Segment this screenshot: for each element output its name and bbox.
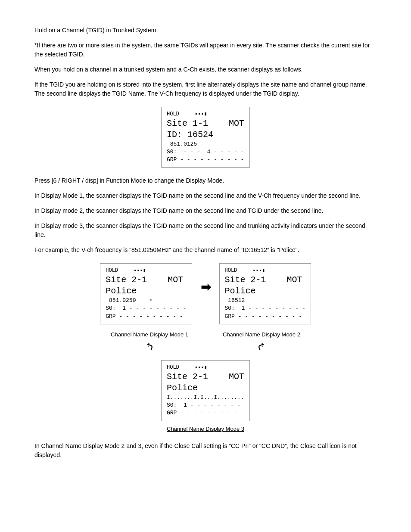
display1: HOLD ▪▪▪▮ Site 1-1 MOT ID: 16524 851.012… [161, 107, 250, 168]
mode1-line6: GRP - - - - - - - - - - [106, 313, 186, 320]
para1: *If there are two or more sites in the s… [34, 41, 377, 59]
labels-arrows-row: Channel Name Display Mode 1 ⤶ Channel Na… [34, 328, 377, 352]
para2: When you hold on a channel in a trunked … [34, 65, 377, 74]
display1-container: HOLD ▪▪▪▮ Site 1-1 MOT ID: 16524 851.012… [34, 107, 377, 168]
label-mode2: Channel Name Display Mode 2 [223, 330, 300, 339]
label-mode3: Channel Name Display Mode 3 [167, 425, 244, 433]
mode1-line2: Site 2-1 MOT [106, 274, 186, 286]
para5: In Display Mode 1, the scanner displays … [34, 191, 377, 200]
display1-line3: ID: 16524 [167, 129, 244, 140]
label-mode1: Channel Name Display Mode 1 [111, 330, 188, 339]
mode2-line5: S0: 1 - - - - - - - - - [225, 305, 305, 312]
arrow-left-up: ⤶ [143, 338, 156, 353]
display-mode3: HOLD ▪▪▪▮ Site 2-1 MOT Police I.......I.… [161, 360, 250, 421]
display1-line1: HOLD ▪▪▪▮ [167, 111, 244, 118]
mode3-line4: I.......I.I...I........ [167, 394, 244, 401]
mode3-line3: Police [167, 383, 244, 394]
label-mode1-area: Channel Name Display Mode 1 ⤶ [111, 328, 188, 352]
mode1-line3: Police [106, 286, 186, 297]
para7: In Display mode 3, the scanner displays … [34, 221, 377, 240]
heading-text: Hold on a Channel (TGID) in Trunked Syst… [34, 27, 158, 34]
mode3-line6: GRP - - - - - - - - - - [167, 409, 244, 417]
right-arrow: ➡ [201, 278, 211, 296]
mode2-line3: Police [225, 286, 305, 297]
display1-line4: 851.0125 [167, 140, 244, 148]
mode3-line5: S0: 1 - - - - - - - - [167, 401, 244, 409]
mode1-line4: 851.0250 ⌖ [106, 297, 186, 305]
arrow-right-up: ⤶ [255, 338, 268, 353]
mode2-line6: GRP - - - - - - - - - - [225, 313, 305, 320]
mode2-col: HOLD ▪▪▪▮ Site 2-1 MOT Police 16512 S0: … [219, 263, 311, 324]
mode1-line1: HOLD ▪▪▪▮ [106, 267, 186, 274]
label-mode2-area: Channel Name Display Mode 2 ⤶ [223, 328, 300, 352]
display-mode1: HOLD ▪▪▪▮ Site 2-1 MOT Police 851.0250 ⌖… [100, 263, 192, 324]
mode3-line1: HOLD ▪▪▪▮ [167, 364, 244, 371]
display1-line5: S0: - - - 4 - - - - - [167, 148, 244, 156]
para8: For example, the V-ch frequency is “851.… [34, 246, 377, 255]
mode2-line4: 16512 [225, 297, 305, 305]
display1-line2: Site 1-1 MOT [167, 118, 244, 129]
mode2-line1: HOLD ▪▪▪▮ [225, 267, 305, 274]
para9: In Channel Name Display Mode 2 and 3, ev… [34, 442, 377, 460]
para4: Press [6 / RIGHT / disp] in Function Mod… [34, 176, 377, 185]
mode2-line2: Site 2-1 MOT [225, 274, 305, 286]
para3: If the TGID you are holding on is stored… [34, 80, 377, 98]
mode1-col: HOLD ▪▪▪▮ Site 2-1 MOT Police 851.0250 ⌖… [100, 263, 192, 324]
para6: In Display mode 2, the scanner displays … [34, 206, 377, 215]
mode1-line5: S0: 1 - - - - - - - - - [106, 305, 186, 312]
heading: Hold on a Channel (TGID) in Trunked Syst… [34, 26, 377, 35]
mode3-container: HOLD ▪▪▪▮ Site 2-1 MOT Police I.......I.… [34, 356, 377, 433]
mode3-line2: Site 2-1 MOT [167, 371, 244, 383]
mode1-mode2-displays: HOLD ▪▪▪▮ Site 2-1 MOT Police 851.0250 ⌖… [34, 263, 377, 324]
display1-line6: GRP - - - - - - - - - - [167, 156, 244, 164]
display-mode2: HOLD ▪▪▪▮ Site 2-1 MOT Police 16512 S0: … [219, 263, 311, 324]
